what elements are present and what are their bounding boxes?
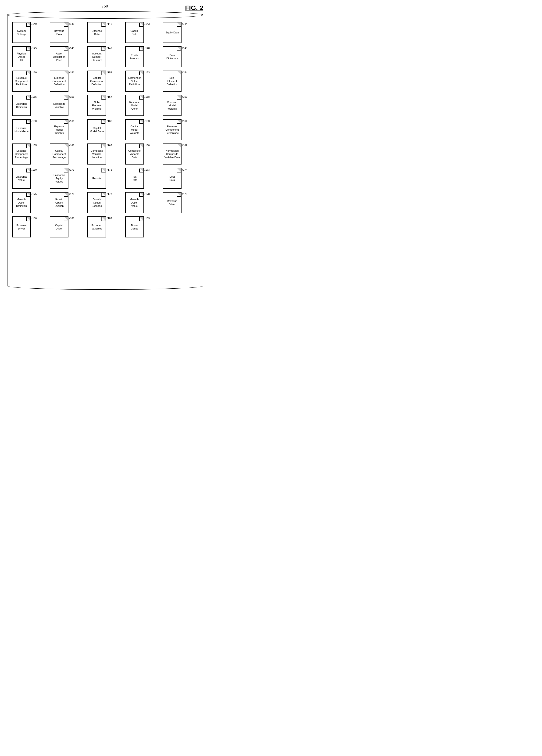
document-icon[interactable]: ExpenseData bbox=[87, 22, 106, 43]
document-label: GrowthOptionValue bbox=[126, 197, 144, 209]
document-label: EquityForecast bbox=[126, 53, 144, 61]
document-icon[interactable]: RevenueData bbox=[50, 22, 68, 43]
reference-number: 180 bbox=[32, 217, 37, 220]
grid-cell: Element ofValueDefinition153 bbox=[125, 71, 161, 92]
reference-number: 155 bbox=[32, 95, 37, 98]
document-icon[interactable]: ExpenseComponentPercentage bbox=[12, 143, 31, 165]
document-icon[interactable]: GrowthOptionDefinition bbox=[12, 192, 31, 213]
document-icon[interactable]: Element ofValueDefinition bbox=[125, 71, 144, 92]
document-icon[interactable]: EconomicEquityValues bbox=[50, 168, 68, 189]
document-icon[interactable]: CapitalDriver bbox=[50, 216, 68, 237]
reference-number: 147 bbox=[107, 47, 112, 50]
document-icon[interactable]: Equity Data bbox=[163, 22, 182, 43]
grid-cell: RevenueDriver179 bbox=[163, 192, 198, 213]
document-icon[interactable]: DriverGenes bbox=[125, 216, 144, 237]
document-label: Element ofValueDefinition bbox=[126, 75, 144, 87]
document-icon[interactable]: AccountNumberStructure bbox=[87, 46, 106, 67]
document-label: DriverGenes bbox=[126, 223, 144, 231]
document-icon[interactable]: Reports bbox=[87, 168, 106, 189]
document-icon[interactable]: TaxData bbox=[125, 168, 144, 189]
document-icon[interactable]: EnterpriseDefinition bbox=[12, 95, 31, 116]
document-icon[interactable]: Sub-ElementDefinition bbox=[163, 71, 182, 92]
document-icon[interactable]: DataDictionary bbox=[163, 46, 182, 67]
reference-number: 157 bbox=[107, 95, 112, 98]
reference-number: 146 bbox=[69, 47, 74, 50]
document-icon[interactable]: EquityForecast bbox=[125, 46, 144, 67]
document-icon[interactable]: RevenueComponentDefinition bbox=[12, 71, 31, 92]
document-icon[interactable]: ExpenseDriver bbox=[12, 216, 31, 237]
grid-cell: SystemSettings140 bbox=[12, 22, 47, 43]
reference-number: 183 bbox=[145, 217, 150, 220]
document-icon[interactable]: ExpenseModelWeights bbox=[50, 119, 68, 140]
document-label: RevenueData bbox=[50, 28, 68, 37]
grid-cell: RevenueData141 bbox=[50, 22, 85, 43]
document-icon[interactable]: SystemSettings bbox=[12, 22, 31, 43]
grid-cell: CompositeVariable156 bbox=[50, 95, 85, 116]
document-icon[interactable]: CompositeVariableData bbox=[125, 143, 144, 165]
grid-cell: DataDictionary149 bbox=[163, 46, 198, 67]
reference-number: 171 bbox=[69, 168, 74, 171]
document-label: ExpenseDriver bbox=[13, 223, 30, 231]
reference-number: 156 bbox=[69, 95, 74, 98]
reference-number: 159 bbox=[182, 95, 187, 98]
fig-label: FIG. 2 bbox=[185, 4, 203, 12]
document-label: PhysicalAssetID bbox=[13, 51, 30, 63]
document-icon[interactable]: EnterpriseValue bbox=[12, 168, 31, 189]
document-label: Sub-ElementWeights bbox=[88, 100, 106, 111]
grid-cell: AccountNumberStructure147 bbox=[87, 46, 123, 67]
document-icon[interactable]: CompositeVariable bbox=[50, 95, 68, 116]
document-icon[interactable]: ExpenseComponentDefinition bbox=[50, 71, 68, 92]
document-icon[interactable]: RevenueModelWeights bbox=[163, 95, 182, 116]
reference-number: 151 bbox=[69, 71, 74, 74]
grid-cell: RevenueComponentPercentage164 bbox=[163, 119, 198, 140]
reference-number: 150 bbox=[32, 71, 37, 74]
document-label: EnterpriseDefinition bbox=[13, 101, 30, 110]
document-icon[interactable]: GrowthOptionValue bbox=[125, 192, 144, 213]
reference-number: 167 bbox=[107, 144, 112, 147]
reference-number: 172 bbox=[107, 168, 112, 171]
grid-cell: Equity Data144 bbox=[163, 22, 198, 43]
document-icon[interactable]: NormalizedCompositeVariable Data bbox=[163, 143, 182, 165]
grid-cell: DebtData174 bbox=[163, 168, 198, 189]
reference-number: 162 bbox=[107, 120, 112, 122]
document-icon[interactable]: CompositeVariableLocation bbox=[87, 143, 106, 165]
document-icon[interactable]: GrowthOptionOverlap bbox=[50, 192, 68, 213]
outer-container: SystemSettings140RevenueData141ExpenseDa… bbox=[7, 14, 203, 290]
reference-number: 179 bbox=[182, 193, 187, 195]
reference-number: 177 bbox=[107, 193, 112, 195]
grid-cell: Sub-ElementWeights157 bbox=[87, 95, 123, 116]
reference-number: 154 bbox=[182, 71, 187, 74]
document-icon[interactable]: Sub-ElementWeights bbox=[87, 95, 106, 116]
document-icon[interactable]: GrowthOptionScenario bbox=[87, 192, 106, 213]
document-icon[interactable]: CapitalData bbox=[125, 22, 144, 43]
document-icon[interactable]: DebtData bbox=[163, 168, 182, 189]
grid-cell: CompositeVariableData168 bbox=[125, 143, 161, 165]
document-label: NormalizedCompositeVariable Data bbox=[163, 148, 181, 160]
document-label: ExpenseComponentDefinition bbox=[50, 75, 68, 87]
document-icon[interactable]: CapitalModelWeights bbox=[125, 119, 144, 140]
grid-cell: GrowthOptionScenario177 bbox=[87, 192, 123, 213]
document-icon[interactable]: ExcludedVariables bbox=[87, 216, 106, 237]
grid-cell: EconomicEquityValues171 bbox=[50, 168, 85, 189]
grid-cell: ExpenseModelWeights161 bbox=[50, 119, 85, 140]
document-label: RevenueComponentPercentage bbox=[163, 124, 181, 136]
reference-number: 175 bbox=[32, 193, 37, 195]
document-icon[interactable]: ExpenseModel Gene bbox=[12, 119, 31, 140]
document-label: DebtData bbox=[163, 174, 181, 183]
document-icon[interactable]: CapitalComponentDefinition bbox=[87, 71, 106, 92]
document-label: GrowthOptionScenario bbox=[88, 197, 106, 209]
document-icon[interactable]: AssetLiquidationPrice bbox=[50, 46, 68, 67]
grid-cell: EquityForecast148 bbox=[125, 46, 161, 67]
document-icon[interactable]: RevenueDriver bbox=[163, 192, 182, 213]
document-icon[interactable]: CapitalModel Gene bbox=[87, 119, 106, 140]
document-label: ExpenseModelWeights bbox=[50, 124, 68, 136]
document-icon[interactable]: RevenueModelGene bbox=[125, 95, 144, 116]
reference-number: 149 bbox=[182, 47, 187, 50]
grid-cell: GrowthOptionDefinition175 bbox=[12, 192, 47, 213]
document-icon[interactable]: CapitalComponentPercentage bbox=[50, 143, 68, 165]
document-icon[interactable]: RevenueComponentPercentage bbox=[163, 119, 182, 140]
diagram-number: 50 bbox=[102, 4, 108, 8]
document-icon[interactable]: PhysicalAssetID bbox=[12, 46, 31, 67]
reference-number: 144 bbox=[182, 22, 187, 25]
document-label: ExpenseData bbox=[88, 28, 106, 37]
